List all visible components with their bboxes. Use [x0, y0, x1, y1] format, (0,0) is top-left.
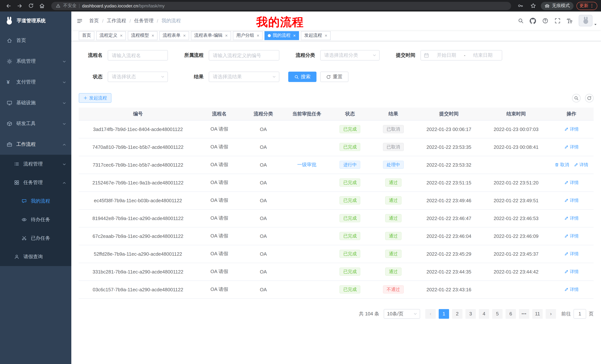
breadcrumb-item[interactable]: 首页: [89, 18, 99, 24]
close-icon[interactable]: ×: [325, 33, 327, 38]
cell-end-time: 2022-01-22 23:51:20: [483, 174, 549, 192]
browser-update-button[interactable]: 更新: [576, 2, 597, 10]
detail-button[interactable]: 详情: [564, 126, 579, 132]
page-button-2[interactable]: 2: [452, 309, 462, 318]
close-icon[interactable]: ×: [183, 33, 186, 38]
detail-button[interactable]: 详情: [564, 251, 579, 257]
cell-name: OA 请假: [197, 120, 241, 138]
sidebar-item-devtools[interactable]: 研发工具: [0, 113, 71, 134]
tab-process-definition[interactable]: 流程定义×: [96, 31, 126, 40]
tab-user-group[interactable]: 用户分组×: [233, 31, 263, 40]
sidebar-item-leave-query[interactable]: 请假查询: [0, 248, 71, 266]
status-select[interactable]: 请选择状态: [108, 72, 168, 82]
header-search-button[interactable]: [514, 12, 527, 29]
detail-label: 详情: [579, 162, 588, 168]
page-button-3[interactable]: 3: [465, 309, 476, 318]
start-process-label: 发起流程: [89, 95, 107, 101]
goto-page-input[interactable]: [573, 309, 586, 318]
detail-button[interactable]: 详情: [564, 286, 579, 293]
github-link[interactable]: [527, 12, 539, 29]
submit-time-range-picker[interactable]: 开始日期 - 结束日期: [421, 50, 502, 60]
category-select[interactable]: 请选择流程分类: [320, 50, 380, 60]
sidebar-item-system[interactable]: 系统管理: [0, 51, 71, 72]
edit-icon: [564, 127, 569, 131]
address-bar[interactable]: 不安全 dashboard.yudao.iocoder.cn/bpm/task/…: [51, 2, 511, 10]
close-icon[interactable]: ×: [151, 33, 154, 38]
browser-back-button[interactable]: [4, 1, 13, 10]
search-button[interactable]: 搜索: [288, 72, 316, 82]
password-key-button[interactable]: [516, 1, 525, 10]
next-page-button[interactable]: ›: [546, 309, 556, 318]
page-button-6[interactable]: 6: [506, 309, 516, 318]
sidebar-item-todo-tasks[interactable]: 待办任务: [0, 211, 71, 229]
sidebar-item-infra[interactable]: 基础设施: [0, 92, 71, 113]
cancel-button[interactable]: 取消: [555, 162, 569, 168]
tab-process-form[interactable]: 流程表单×: [159, 31, 189, 40]
close-icon[interactable]: ×: [120, 33, 123, 38]
sidebar-collapse-button[interactable]: [71, 11, 88, 30]
sidebar-item-home[interactable]: 首页: [0, 30, 71, 51]
current-task-link[interactable]: 一级审批: [297, 161, 316, 168]
detail-button[interactable]: 详情: [574, 162, 588, 168]
detail-button[interactable]: 详情: [564, 144, 579, 150]
tab-start-process[interactable]: 发起流程×: [301, 31, 331, 40]
grid-icon: [14, 180, 19, 185]
detail-button[interactable]: 详情: [564, 233, 579, 239]
sidebar-item-my-process[interactable]: 我的流程: [0, 192, 71, 211]
cell-name: OA 请假: [197, 263, 241, 280]
detail-button[interactable]: 详情: [564, 215, 579, 221]
tab-home[interactable]: 首页: [79, 31, 94, 40]
cell-status: 已完成: [328, 192, 372, 209]
result-select[interactable]: 请选择流结果: [209, 72, 279, 82]
sidebar-item-done-tasks[interactable]: 已办任务: [0, 229, 71, 248]
browser-reload-button[interactable]: [26, 1, 36, 10]
page-button-5[interactable]: 5: [492, 309, 502, 318]
more-pages-button[interactable]: •••: [519, 309, 529, 318]
page-button-1[interactable]: 1: [439, 309, 449, 318]
sidebar-item-workflow[interactable]: 工作流程: [0, 134, 71, 155]
toggle-search-button[interactable]: [572, 94, 581, 102]
status-badge: 已完成: [340, 232, 361, 240]
app-logo[interactable]: 芋道管理系统: [0, 11, 71, 30]
tab-process-form-edit[interactable]: 流程表单-编辑×: [191, 31, 231, 40]
prev-page-button[interactable]: ‹: [425, 309, 436, 318]
close-icon[interactable]: ×: [293, 33, 296, 38]
reset-button[interactable]: 重置: [320, 72, 348, 82]
cell-end-time: 2022-01-22 23:45:37: [483, 245, 549, 263]
user-menu[interactable]: [579, 15, 597, 27]
result-badge: 已取消: [383, 143, 404, 151]
browser-forward-button[interactable]: [15, 1, 25, 10]
tab-process-model[interactable]: 流程模型×: [128, 31, 158, 40]
detail-button[interactable]: 详情: [564, 197, 579, 203]
sidebar-item-task-management[interactable]: 任务管理: [0, 173, 71, 192]
tab-my-process[interactable]: 我的流程×: [264, 31, 299, 40]
reset-button-label: 重置: [333, 74, 342, 80]
font-size-button[interactable]: [563, 12, 576, 29]
breadcrumb-item[interactable]: 工作流程: [107, 18, 126, 24]
detail-button[interactable]: 详情: [564, 179, 579, 186]
process-name-input[interactable]: [108, 50, 168, 60]
sidebar-item-label: 系统管理: [16, 58, 36, 65]
close-icon[interactable]: ×: [225, 33, 228, 38]
bookmark-star-button[interactable]: [528, 1, 538, 10]
browser-home-button[interactable]: [37, 1, 47, 10]
detail-button[interactable]: 详情: [564, 268, 579, 275]
refresh-table-button[interactable]: [585, 94, 594, 102]
cell-end-time: 2022-01-22 23:44:42: [483, 263, 549, 280]
result-badge: 处理中: [383, 161, 404, 169]
sidebar-item-process-management[interactable]: 流程管理: [0, 155, 71, 173]
fullscreen-button[interactable]: [551, 12, 563, 29]
process-definition-input[interactable]: [209, 50, 279, 60]
page-button-11[interactable]: 11: [532, 309, 543, 318]
help-button[interactable]: [539, 12, 551, 29]
sidebar-item-payment[interactable]: ¥ 支付管理: [0, 72, 71, 92]
navbar: 首页 / 工作流程 / 任务管理 / 我的流程: [71, 11, 601, 30]
page-button-4[interactable]: 4: [479, 309, 489, 318]
breadcrumb-item[interactable]: 任务管理: [134, 18, 154, 24]
end-date-placeholder: 结束日期: [467, 52, 499, 59]
tab-label: 流程模型: [131, 32, 149, 38]
close-icon[interactable]: ×: [257, 33, 259, 38]
page-size-select[interactable]: 10条/页: [384, 309, 420, 318]
result-badge: 通过: [385, 196, 401, 204]
start-process-button[interactable]: 发起流程: [79, 93, 111, 103]
